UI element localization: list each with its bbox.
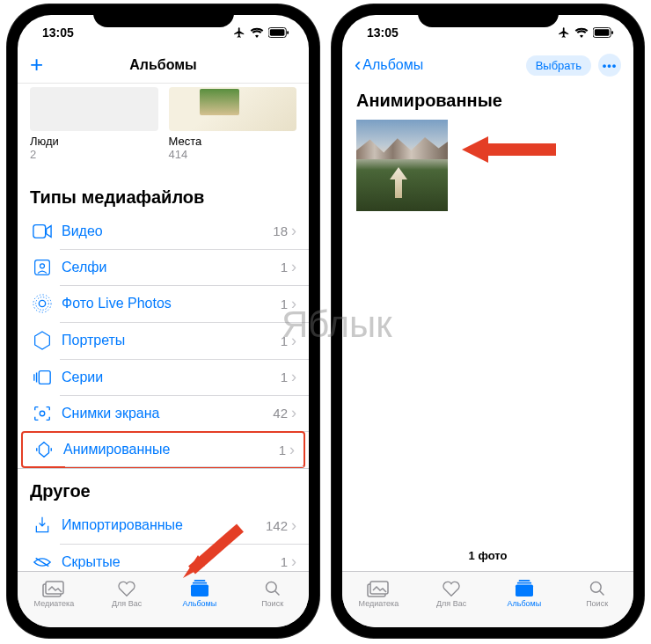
album-grid: Люди 2 Места 414 [18, 84, 309, 170]
animated-icon [32, 440, 56, 459]
row-label: Снимки экрана [62, 406, 273, 421]
library-icon [367, 579, 390, 598]
red-arrow-annotation [455, 128, 560, 172]
svg-point-10 [40, 411, 45, 416]
row-count: 1 [281, 554, 288, 569]
row-count: 1 [281, 333, 288, 348]
search-icon [264, 579, 282, 598]
content-area[interactable]: Люди 2 Места 414 Типы медиафайлов Видео … [18, 84, 309, 571]
photo-count-footer: 1 фото [342, 540, 633, 571]
row-count: 18 [273, 223, 288, 238]
tab-label: Медиатека [359, 599, 399, 608]
album-places[interactable]: Места 414 [169, 87, 297, 161]
chevron-right-icon: › [291, 222, 296, 240]
screen-animated-album: 13:05 ‹ Альбомы Выбрать ••• Анимированны… [342, 15, 633, 627]
select-button[interactable]: Выбрать [526, 55, 591, 76]
row-label: Серии [62, 370, 281, 385]
svg-rect-13 [191, 584, 208, 596]
row-count: 42 [273, 406, 288, 421]
status-right [558, 26, 614, 39]
home-indicator [435, 629, 541, 633]
tab-library[interactable]: Медиатека [342, 572, 415, 615]
tab-search[interactable]: Поиск [560, 572, 633, 615]
tab-label: Поиск [586, 599, 608, 608]
tab-bar: Медиатека Для Вас Альбомы Поиск [18, 571, 309, 627]
svg-point-7 [36, 297, 49, 311]
row-label: Фото Live Photos [62, 296, 281, 311]
chevron-right-icon: › [289, 441, 295, 459]
page-title: Альбомы [129, 57, 197, 73]
video-icon [30, 223, 55, 239]
add-button[interactable]: + [30, 51, 43, 78]
svg-rect-18 [595, 29, 610, 35]
tab-label: Для Вас [112, 599, 142, 608]
tab-library[interactable]: Медиатека [18, 572, 91, 615]
status-right [233, 26, 289, 39]
tab-label: Поиск [261, 599, 283, 608]
album-people[interactable]: Люди 2 [30, 87, 158, 161]
burst-icon [30, 369, 55, 386]
chevron-right-icon: › [291, 516, 296, 535]
home-indicator [111, 629, 216, 633]
chevron-right-icon: › [291, 295, 296, 313]
tab-foryou[interactable]: Для Вас [415, 572, 488, 615]
battery-icon [593, 27, 614, 38]
chevron-right-icon: › [291, 332, 296, 350]
chevron-right-icon: › [291, 553, 296, 571]
svg-rect-2 [287, 31, 289, 34]
battery-icon [268, 27, 289, 38]
album-count: 2 [30, 148, 158, 161]
photo-thumbnail[interactable] [356, 120, 448, 211]
row-hidden[interactable]: Скрытые 1 › [18, 544, 309, 571]
section-media-types: Типы медиафайлов [18, 175, 309, 213]
svg-rect-3 [33, 224, 46, 238]
wifi-icon [574, 27, 589, 38]
tab-label: Альбомы [507, 599, 541, 608]
album-thumb-places [169, 87, 297, 131]
hidden-icon [30, 554, 55, 570]
tab-foryou[interactable]: Для Вас [91, 572, 164, 615]
row-count: 1 [281, 370, 288, 384]
screen-albums: 13:05 + Альбомы Люди 2 Места [18, 15, 309, 627]
row-livephotos[interactable]: Фото Live Photos 1 › [18, 285, 309, 322]
album-thumb-people [30, 87, 158, 131]
import-icon [30, 516, 55, 535]
row-count: 1 [279, 443, 286, 457]
tab-label: Альбомы [182, 599, 216, 608]
status-time: 13:05 [367, 26, 399, 40]
svg-rect-1 [270, 29, 285, 35]
album-label: Места [169, 135, 297, 148]
row-imported[interactable]: Импортированные 142 › [18, 507, 309, 544]
svg-point-16 [266, 582, 276, 593]
row-label: Селфи [62, 260, 281, 275]
album-label: Люди [30, 135, 158, 148]
more-button[interactable]: ••• [598, 54, 621, 77]
row-animated[interactable]: Анимированные 1 › [21, 431, 305, 468]
svg-rect-9 [39, 370, 50, 384]
row-label: Видео [62, 223, 273, 239]
screenshot-icon [30, 405, 55, 422]
phone-left: 13:05 + Альбомы Люди 2 Места [7, 4, 319, 638]
row-video[interactable]: Видео 18 › [18, 213, 309, 249]
svg-rect-22 [516, 584, 533, 596]
phone-right: 13:05 ‹ Альбомы Выбрать ••• Анимированны… [332, 4, 644, 638]
row-screenshots[interactable]: Снимки экрана 42 › [18, 395, 309, 431]
nav-bar: ‹ Альбомы Выбрать ••• [342, 47, 633, 84]
nav-bar: + Альбомы [18, 47, 309, 84]
wifi-icon [250, 27, 264, 38]
row-portraits[interactable]: Портреты 1 › [18, 322, 309, 359]
row-label: Анимированные [63, 442, 279, 457]
tab-albums[interactable]: Альбомы [488, 572, 561, 615]
row-bursts[interactable]: Серии 1 › [18, 359, 309, 395]
row-selfie[interactable]: Селфи 1 › [18, 249, 309, 285]
red-arrow-annotation [179, 523, 249, 585]
svg-rect-19 [611, 31, 613, 34]
back-button[interactable]: ‹ Альбомы [355, 54, 423, 77]
section-other: Другое [18, 468, 309, 507]
search-icon [589, 579, 606, 598]
svg-rect-24 [519, 580, 530, 582]
chevron-right-icon: › [291, 368, 296, 386]
selfie-icon [30, 259, 55, 276]
portrait-icon [30, 331, 55, 350]
status-time: 13:05 [42, 26, 74, 40]
